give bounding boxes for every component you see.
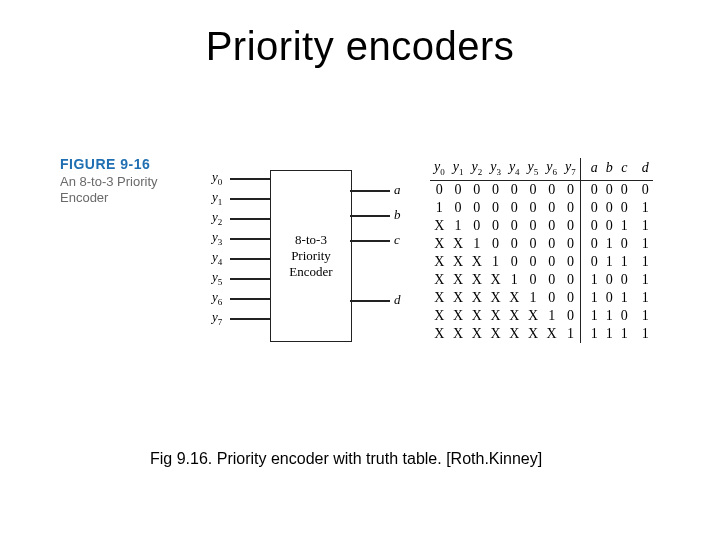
block-line2: Priority <box>291 248 331 263</box>
tt-cell: 1 <box>580 307 602 325</box>
tt-cell: 1 <box>617 253 632 271</box>
tt-cell: 0 <box>561 199 580 217</box>
tt-row: XXX100000111 <box>430 253 653 271</box>
tt-cell: 0 <box>617 271 632 289</box>
tt-cell: 0 <box>467 199 486 217</box>
tt-cell: 0 <box>486 180 505 199</box>
input-wire-y6 <box>230 298 270 300</box>
tt-cell: 1 <box>486 253 505 271</box>
tt-cell: 1 <box>467 235 486 253</box>
input-wire-y7 <box>230 318 270 320</box>
tt-head-b: b <box>602 158 617 180</box>
tt-cell: 1 <box>617 289 632 307</box>
tt-cell: 1 <box>580 271 602 289</box>
slide: Priority encoders FIGURE 9-16 An 8-to-3 … <box>0 0 720 540</box>
tt-cell: 0 <box>486 199 505 217</box>
tt-cell: 1 <box>632 307 653 325</box>
tt-cell: 1 <box>632 271 653 289</box>
tt-cell: 0 <box>524 271 543 289</box>
tt-cell: 1 <box>632 253 653 271</box>
output-label-d: d <box>394 292 401 308</box>
tt-head-y4: y4 <box>505 158 524 180</box>
tt-cell: 0 <box>524 180 543 199</box>
tt-cell: 0 <box>524 235 543 253</box>
tt-cell: 1 <box>542 307 561 325</box>
tt-cell: X <box>430 235 449 253</box>
tt-cell: 0 <box>505 217 524 235</box>
tt-cell: 0 <box>561 307 580 325</box>
tt-cell: X <box>467 307 486 325</box>
output-label-c: c <box>394 232 400 248</box>
output-wire-d <box>350 300 390 302</box>
tt-cell: 0 <box>542 253 561 271</box>
output-label-b: b <box>394 207 401 223</box>
figure-label: FIGURE 9-16 An 8-to-3 Priority Encoder <box>60 156 180 207</box>
tt-cell: X <box>542 325 561 343</box>
tt-cell: X <box>430 217 449 235</box>
figure-area: FIGURE 9-16 An 8-to-3 Priority Encoder 8… <box>60 150 680 410</box>
tt-cell: 1 <box>632 199 653 217</box>
tt-cell: 1 <box>449 217 468 235</box>
input-label-y4: y4 <box>212 249 222 267</box>
tt-cell: 0 <box>524 253 543 271</box>
tt-cell: 0 <box>542 235 561 253</box>
input-label-y6: y6 <box>212 289 222 307</box>
tt-cell: X <box>486 271 505 289</box>
tt-cell: 0 <box>467 180 486 199</box>
tt-cell: 0 <box>505 235 524 253</box>
schematic: 8-to-3 Priority Encoder y0y1y2y3y4y5y6y7… <box>200 160 410 350</box>
tt-cell: X <box>449 325 468 343</box>
tt-cell: 0 <box>449 199 468 217</box>
tt-cell: X <box>449 253 468 271</box>
tt-cell: X <box>486 289 505 307</box>
tt-head-y3: y3 <box>486 158 505 180</box>
tt-cell: X <box>524 307 543 325</box>
figure-description: An 8-to-3 Priority Encoder <box>60 174 180 207</box>
tt-cell: X <box>524 325 543 343</box>
tt-cell: 0 <box>561 271 580 289</box>
tt-head-y6: y6 <box>542 158 561 180</box>
tt-head-y5: y5 <box>524 158 543 180</box>
tt-head-y7: y7 <box>561 158 580 180</box>
truth-table: y0y1y2y3y4y5y6y7abcd 0000000000001000000… <box>430 158 653 343</box>
tt-head-y1: y1 <box>449 158 468 180</box>
tt-cell: 0 <box>602 180 617 199</box>
tt-cell: 0 <box>524 199 543 217</box>
tt-cell: 1 <box>602 307 617 325</box>
tt-cell: 0 <box>632 180 653 199</box>
tt-cell: X <box>505 325 524 343</box>
tt-cell: X <box>449 235 468 253</box>
tt-cell: X <box>430 289 449 307</box>
input-label-y2: y2 <box>212 209 222 227</box>
tt-cell: 1 <box>632 325 653 343</box>
output-wire-a <box>350 190 390 192</box>
tt-cell: 0 <box>542 289 561 307</box>
tt-cell: 1 <box>580 325 602 343</box>
tt-row: XXXXX1001011 <box>430 289 653 307</box>
tt-cell: X <box>430 253 449 271</box>
tt-cell: X <box>486 325 505 343</box>
tt-cell: 1 <box>561 325 580 343</box>
tt-cell: 1 <box>632 235 653 253</box>
tt-cell: X <box>467 271 486 289</box>
tt-cell: X <box>505 289 524 307</box>
tt-cell: 0 <box>602 289 617 307</box>
output-label-a: a <box>394 182 401 198</box>
tt-head-a: a <box>580 158 602 180</box>
input-label-y5: y5 <box>212 269 222 287</box>
tt-cell: 0 <box>561 289 580 307</box>
tt-head-c: c <box>617 158 632 180</box>
tt-cell: 1 <box>602 325 617 343</box>
tt-cell: 1 <box>430 199 449 217</box>
tt-cell: 0 <box>561 253 580 271</box>
tt-cell: X <box>467 253 486 271</box>
tt-cell: 0 <box>430 180 449 199</box>
tt-cell: 0 <box>505 253 524 271</box>
slide-title: Priority encoders <box>0 24 720 69</box>
tt-cell: 1 <box>617 217 632 235</box>
tt-cell: 0 <box>617 307 632 325</box>
tt-row: XXXXXX101101 <box>430 307 653 325</box>
tt-cell: X <box>467 289 486 307</box>
tt-cell: 0 <box>602 271 617 289</box>
block-line1: 8-to-3 <box>295 232 327 247</box>
